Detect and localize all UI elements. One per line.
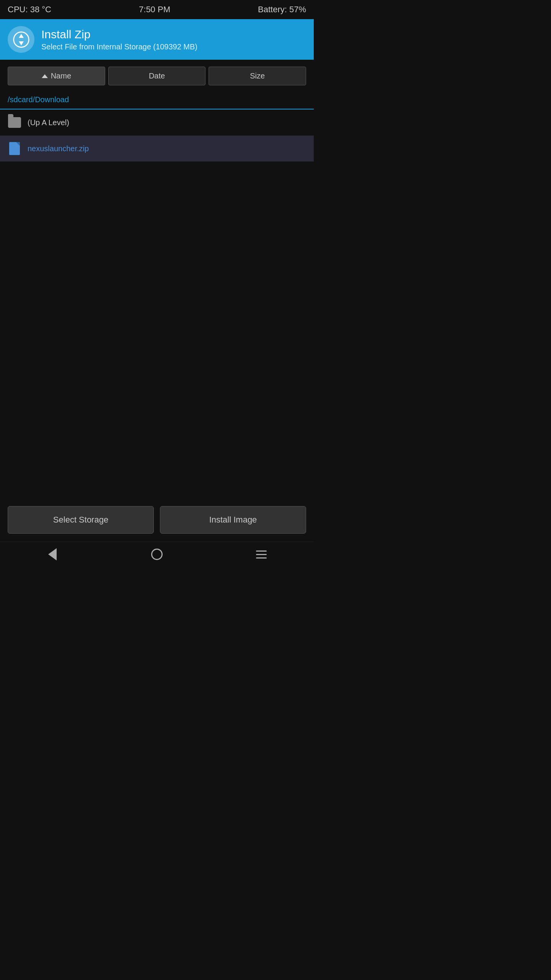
current-path: /sdcard/Download (8, 95, 69, 104)
install-image-button[interactable]: Install Image (160, 506, 306, 534)
file-icon (8, 142, 21, 155)
nav-bar (0, 542, 314, 567)
sort-name-button[interactable]: Name (8, 67, 105, 85)
menu-icon (256, 550, 267, 559)
header-text-container: Install Zip Select File from Internal St… (41, 28, 197, 51)
bottom-bar: Select Storage Install Image (0, 500, 314, 540)
status-bar: CPU: 38 °C 7:50 PM Battery: 57% (0, 0, 314, 19)
sort-date-button[interactable]: Date (108, 67, 206, 85)
svg-marker-2 (19, 41, 24, 46)
list-item[interactable]: (Up A Level) (0, 109, 314, 136)
sort-bar: Name Date Size (0, 60, 314, 92)
file-item-name: nexuslauncher.zip (28, 144, 89, 153)
back-icon (48, 548, 57, 560)
file-item-name: (Up A Level) (28, 118, 69, 127)
sort-size-label: Size (250, 72, 265, 80)
sort-date-label: Date (149, 72, 165, 80)
file-list: (Up A Level) nexuslauncher.zip (0, 109, 314, 162)
cpu-text: CPU: 38 °C (8, 5, 51, 15)
app-title: Install Zip (41, 28, 197, 41)
svg-marker-1 (19, 34, 24, 38)
sort-size-button[interactable]: Size (209, 67, 306, 85)
battery-text: Battery: 57% (258, 5, 306, 15)
sort-arrow-icon (42, 74, 48, 78)
app-subtitle: Select File from Internal Storage (10939… (41, 42, 197, 51)
app-header: Install Zip Select File from Internal St… (0, 19, 314, 60)
app-icon (8, 26, 34, 53)
path-bar: /sdcard/Download (0, 92, 314, 109)
back-button[interactable] (41, 543, 64, 566)
menu-button[interactable] (250, 543, 273, 566)
list-item[interactable]: nexuslauncher.zip (0, 136, 314, 162)
home-icon (151, 549, 163, 560)
home-button[interactable] (145, 543, 168, 566)
select-storage-button[interactable]: Select Storage (8, 506, 154, 534)
folder-icon (8, 116, 21, 129)
sort-name-label: Name (51, 72, 71, 80)
time-text: 7:50 PM (139, 5, 170, 15)
